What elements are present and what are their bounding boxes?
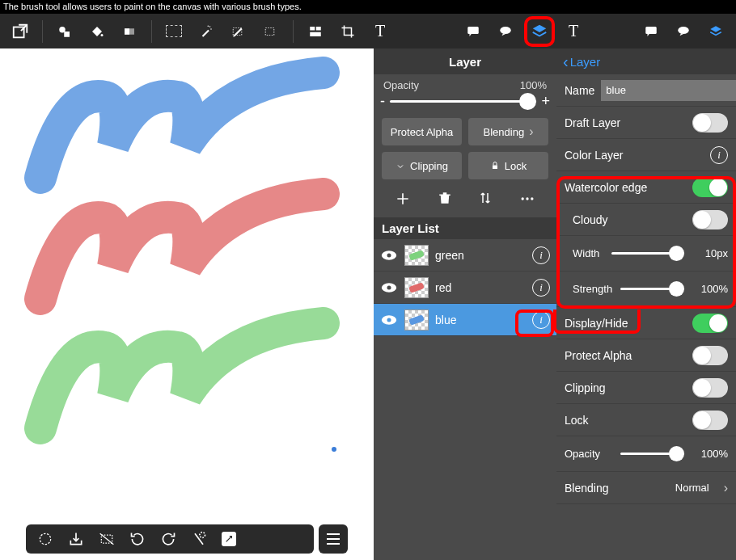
chevron-right-icon[interactable]: › xyxy=(724,481,728,495)
info-icon[interactable]: i xyxy=(532,311,550,329)
visibility-icon[interactable] xyxy=(380,250,398,261)
canvas[interactable] xyxy=(0,48,374,560)
lock-label: Lock xyxy=(565,414,686,427)
comment-icon-2[interactable] xyxy=(637,18,665,45)
chat-icon-2[interactable] xyxy=(670,18,697,45)
draft-layer-switch[interactable] xyxy=(692,113,728,133)
svg-point-3 xyxy=(101,34,104,36)
opacity-minus[interactable]: - xyxy=(380,93,385,110)
info-icon[interactable]: i xyxy=(532,279,550,297)
layer-name: red xyxy=(435,281,526,294)
reorder-icon[interactable] xyxy=(478,191,493,209)
canvas-dot xyxy=(332,447,336,452)
info-icon[interactable]: i xyxy=(710,146,728,164)
svg-rect-22 xyxy=(493,166,497,170)
fullscreen-icon[interactable] xyxy=(222,532,236,546)
layer-name: blue xyxy=(435,314,526,326)
chat-icon[interactable] xyxy=(492,18,519,45)
svg-point-17 xyxy=(678,27,689,34)
export-icon[interactable] xyxy=(6,18,34,45)
clipping-switch[interactable] xyxy=(692,378,728,398)
rotate-left-icon[interactable] xyxy=(129,531,146,547)
protect-alpha-switch[interactable] xyxy=(692,346,728,365)
svg-point-18 xyxy=(40,533,50,544)
text-icon[interactable]: T xyxy=(366,18,394,45)
visibility-icon[interactable] xyxy=(380,314,398,326)
comment-icon[interactable] xyxy=(459,18,487,45)
svg-rect-12 xyxy=(316,27,321,31)
opacity-slider[interactable] xyxy=(620,453,684,455)
rotate-right-icon[interactable] xyxy=(160,531,176,547)
svg-point-23 xyxy=(521,197,523,200)
separator xyxy=(42,20,43,43)
strength-slider[interactable] xyxy=(620,288,684,290)
info-icon[interactable]: i xyxy=(532,246,550,264)
watercolor-edge-label: Watercolor edge xyxy=(565,181,686,194)
shapes-icon[interactable] xyxy=(51,18,78,45)
svg-rect-11 xyxy=(310,27,315,31)
separator xyxy=(293,20,294,43)
delete-layer-icon[interactable] xyxy=(438,191,452,209)
transform-icon[interactable] xyxy=(99,531,115,547)
bottom-toolbar xyxy=(26,524,314,554)
name-label: Name xyxy=(565,84,594,97)
layer-name: green xyxy=(435,249,526,262)
more-icon[interactable] xyxy=(519,191,535,209)
clipping-button[interactable]: Clipping xyxy=(382,152,462,179)
svg-point-25 xyxy=(531,197,533,200)
text-icon-2[interactable]: T xyxy=(560,18,587,45)
layers-icon-2[interactable] xyxy=(702,18,730,45)
opacity-label: Opacity xyxy=(565,448,609,460)
layer-panel-title: Layer xyxy=(374,48,556,74)
width-slider[interactable] xyxy=(611,252,684,255)
red-stroke xyxy=(16,178,356,323)
opacity-value: 100% xyxy=(520,79,547,91)
opacity-slider[interactable] xyxy=(390,100,536,103)
lock-button[interactable]: Lock xyxy=(468,152,548,179)
gradient-icon[interactable] xyxy=(116,18,143,45)
svg-point-24 xyxy=(526,197,528,200)
import-icon[interactable] xyxy=(68,531,84,547)
back-button[interactable]: ‹Layer xyxy=(556,48,736,74)
add-layer-icon[interactable] xyxy=(395,191,411,209)
svg-rect-5 xyxy=(125,28,129,35)
layer-row-blue[interactable]: blue i xyxy=(374,304,556,336)
layers-button-highlighted[interactable] xyxy=(524,16,555,47)
opacity-value: 100% xyxy=(696,448,728,460)
layer-thumbnail xyxy=(404,309,429,331)
layer-panel: Layer Opacity 100% - + Protect Alpha Ble… xyxy=(374,48,556,560)
width-label: Width xyxy=(565,247,600,259)
svg-point-31 xyxy=(387,318,391,322)
menu-icon[interactable] xyxy=(319,524,348,554)
select-rect-icon[interactable] xyxy=(160,18,188,45)
crop-icon[interactable] xyxy=(334,18,362,45)
bucket-icon[interactable] xyxy=(83,18,111,45)
svg-point-15 xyxy=(500,27,511,34)
visibility-icon[interactable] xyxy=(380,282,398,293)
clipping-label: Clipping xyxy=(565,381,686,394)
layer-name-input[interactable] xyxy=(601,80,736,101)
layer-list-header: Layer List xyxy=(374,217,556,239)
panels-icon[interactable] xyxy=(302,18,329,45)
wand-icon[interactable] xyxy=(192,18,220,45)
display-hide-switch[interactable] xyxy=(692,314,728,333)
width-value: 10px xyxy=(696,247,728,259)
protect-alpha-button[interactable]: Protect Alpha xyxy=(382,118,462,145)
eraser-select-icon[interactable] xyxy=(257,18,285,45)
layer-row-red[interactable]: red i xyxy=(374,272,556,304)
svg-point-29 xyxy=(387,285,391,289)
opacity-plus[interactable]: + xyxy=(541,93,550,110)
blending-button[interactable]: Blending› xyxy=(468,118,548,145)
flip-icon[interactable] xyxy=(191,531,207,547)
layer-detail-panel: ‹Layer Name Draft Layer Color Layer i Wa… xyxy=(556,48,736,560)
lasso-icon[interactable] xyxy=(37,531,53,547)
top-toolbar: T T xyxy=(0,14,736,48)
svg-rect-10 xyxy=(265,27,274,35)
lock-switch[interactable] xyxy=(692,411,728,430)
strength-value: 100% xyxy=(696,283,728,295)
pencil-select-icon[interactable] xyxy=(225,18,252,45)
watercolor-edge-switch[interactable] xyxy=(692,178,728,197)
layer-row-green[interactable]: green i xyxy=(374,239,556,272)
color-layer-label: Color Layer xyxy=(565,149,704,162)
cloudy-switch[interactable] xyxy=(692,210,728,229)
